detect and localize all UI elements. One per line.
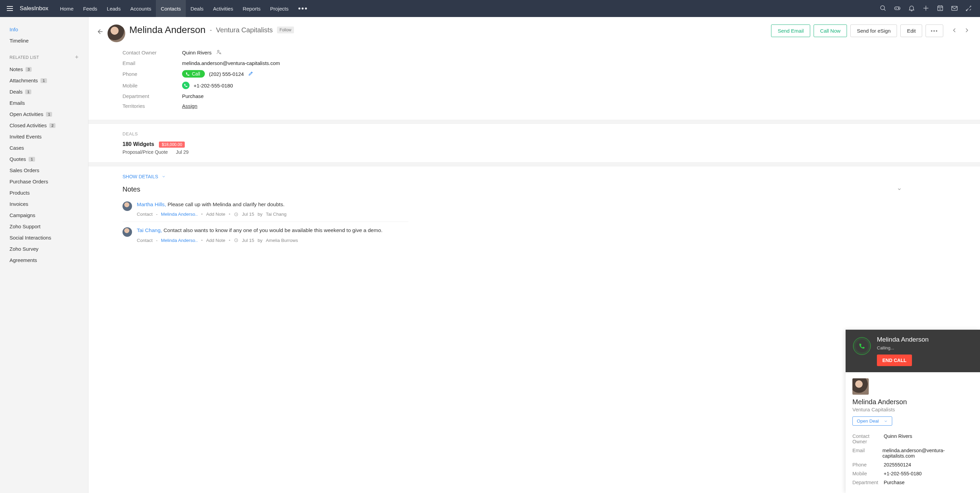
edit-button[interactable]: Edit [900,24,922,37]
sidebar-item-products[interactable]: Products [10,187,79,198]
whatsapp-icon[interactable] [182,82,189,89]
sidebar-item-zoho-support[interactable]: Zoho Support [10,221,79,232]
nav-tab-home[interactable]: Home [55,0,78,17]
edit-phone-icon[interactable] [248,71,253,77]
field-label-department: Department [123,93,182,99]
bell-icon[interactable] [908,5,915,13]
contact-fields: Contact Owner Quinn Rivers Email melinda… [89,42,980,120]
cp-label-phone: Phone [853,462,884,468]
sidebar-item-invited-events[interactable]: Invited Events [10,131,79,142]
sidebar-item-timeline[interactable]: Timeline [10,35,79,46]
note-meta: Contact-Melinda Anderso..•Add Note•Jul 1… [137,238,408,243]
mail-icon[interactable] [951,5,958,13]
svg-point-5 [898,8,898,8]
deal-date: Jul 29 [176,149,189,155]
open-deal-button[interactable]: Open Deal [853,417,892,426]
sidebar-item-invoices[interactable]: Invoices [10,198,79,210]
sidebar-item-attachments[interactable]: Attachments1 [10,75,79,86]
back-arrow-icon[interactable] [96,28,103,37]
add-note-link[interactable]: Add Note [206,212,225,217]
nav-tab-leads[interactable]: Leads [102,0,126,17]
contact-header: Melinda Anderson - Ventura Capitalists F… [89,17,980,42]
search-icon[interactable] [879,5,887,13]
field-label-owner: Contact Owner [123,50,182,56]
nav-tab-activities[interactable]: Activities [208,0,238,17]
sidebar-item-campaigns[interactable]: Campaigns [10,210,79,221]
nav-tab-accounts[interactable]: Accounts [126,0,156,17]
owner-lookup-icon[interactable] [216,49,222,56]
plus-icon[interactable] [922,5,930,13]
badge: 1 [29,157,35,162]
phone-call-button[interactable]: Call [182,70,205,78]
field-value-email[interactable]: melinda.anderson@ventura-capitalists.com [182,60,280,66]
cp-label-mobile: Mobile [853,471,884,476]
cp-label-owner: Contact Owner [853,433,884,444]
gamepad-icon[interactable] [894,5,901,13]
deals-block: DEALS 180 Widgets $18,000.00 Proposal/Pr… [89,124,980,162]
add-related-icon[interactable]: + [75,54,79,61]
follow-button[interactable]: Follow [277,27,294,33]
show-details-toggle[interactable]: SHOW DETAILS [123,174,970,179]
sidebar-item-agreements[interactable]: Agreements [10,254,79,266]
field-label-territories: Territories [123,103,182,109]
sidebar-item-deals[interactable]: Deals1 [10,86,79,97]
nav-tab-contacts[interactable]: Contacts [156,0,185,17]
menu-icon[interactable] [5,4,15,13]
sidebar-item-info[interactable]: Info [10,24,79,35]
deal-name[interactable]: 180 Widgets [123,141,154,147]
svg-point-6 [899,8,899,8]
note-contact-link[interactable]: Melinda Anderso.. [161,212,198,217]
deal-stage: Proposal/Price Quote [123,149,168,155]
sidebar-item-cases[interactable]: Cases [10,142,79,153]
assign-territory-link[interactable]: Assign [182,103,197,109]
badge: 1 [25,89,31,94]
sidebar: InfoTimeline RELATED LIST + Notes3Attach… [0,17,89,493]
sidebar-item-emails[interactable]: Emails [10,97,79,108]
field-value-mobile: +1-202-555-0180 [194,83,233,89]
svg-rect-2 [894,7,900,10]
tools-icon[interactable] [965,5,972,13]
send-esign-button[interactable]: Send for eSign [850,24,897,37]
svg-rect-14 [952,6,958,10]
next-record-icon[interactable] [964,27,970,34]
nav-tabs: HomeFeedsLeadsAccountsContactsDealsActiv… [55,0,313,17]
nav-more-icon[interactable]: ••• [293,0,313,17]
cp-value-department: Purchase [884,480,904,485]
svg-point-15 [966,10,967,11]
field-value-phone: (202) 555-0124 [209,71,244,77]
notes-collapse-icon[interactable] [897,185,902,193]
more-actions-button[interactable]: ••• [926,24,943,37]
call-now-button[interactable]: Call Now [814,24,847,37]
field-label-email: Email [123,60,182,66]
sidebar-item-closed-activities[interactable]: Closed Activities2 [10,120,79,131]
sidebar-item-zoho-survey[interactable]: Zoho Survey [10,243,79,254]
note-author[interactable]: Martha Hills, [137,201,167,207]
sidebar-item-notes[interactable]: Notes3 [10,64,79,75]
send-email-button[interactable]: Send Email [771,24,810,37]
nav-tab-feeds[interactable]: Feeds [78,0,102,17]
cp-value-mobile: +1-202-555-0180 [884,471,922,476]
sidebar-item-purchase-orders[interactable]: Purchase Orders [10,176,79,187]
contact-company: Ventura Capitalists [216,26,273,34]
nav-tab-projects[interactable]: Projects [266,0,293,17]
notes-block: SHOW DETAILS Notes Martha Hills, Please … [89,166,980,255]
sidebar-item-open-activities[interactable]: Open Activities1 [10,108,79,120]
sidebar-item-sales-orders[interactable]: Sales Orders [10,165,79,176]
prev-record-icon[interactable] [951,27,958,34]
end-call-button[interactable]: END CALL [877,355,912,366]
calendar-icon[interactable]: 31 [937,5,944,13]
note-author[interactable]: Tai Chang, [137,227,163,233]
note-avatar [123,227,132,237]
nav-tab-reports[interactable]: Reports [238,0,266,17]
field-label-phone: Phone [123,71,182,77]
note-meta: Contact-Melinda Anderso..•Add Note•Jul 1… [137,212,408,217]
sidebar-item-quotes[interactable]: Quotes1 [10,153,79,165]
sidebar-item-social-interactions[interactable]: Social Interactions [10,232,79,243]
brand[interactable]: SalesInbox [20,5,48,12]
field-label-mobile: Mobile [123,83,182,89]
related-list-heading: RELATED LIST + [10,46,79,64]
call-contact-avatar [853,378,869,395]
add-note-link[interactable]: Add Note [206,238,225,243]
nav-tab-deals[interactable]: Deals [186,0,208,17]
note-contact-link[interactable]: Melinda Anderso.. [161,238,198,243]
